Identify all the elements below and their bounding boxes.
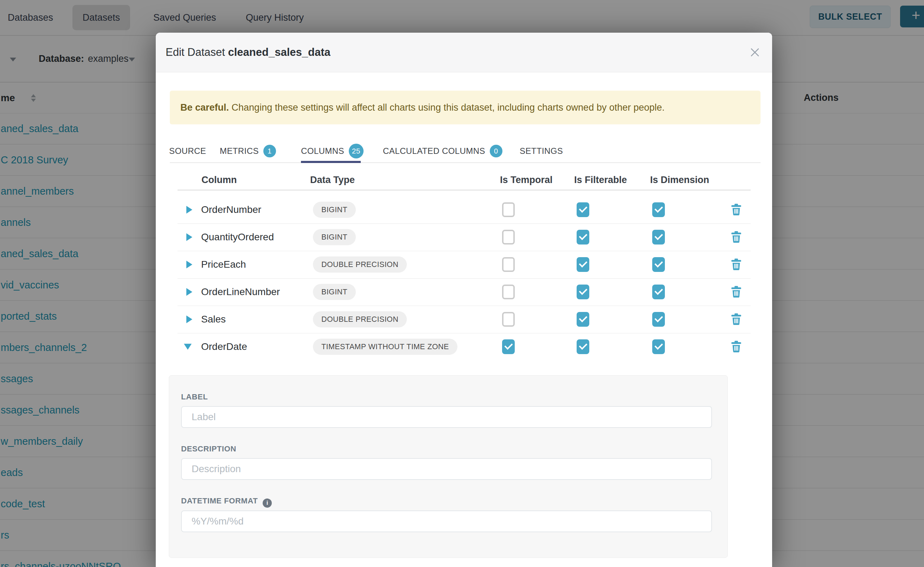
description-input[interactable] [181, 458, 712, 480]
column-detail-panel: LABEL DESCRIPTION DATETIME FORMATi [169, 375, 728, 558]
is-dimension-checkbox[interactable] [652, 312, 665, 327]
column-row-quantityordered: QuantityOrdered BIGINT [178, 224, 751, 251]
data-type-pill: BIGINT [313, 284, 356, 300]
is-temporal-checkbox[interactable] [502, 230, 515, 244]
label-field-label: LABEL [181, 392, 208, 402]
datetime-format-field-label: DATETIME FORMATi [181, 496, 272, 506]
datetime-format-input[interactable] [181, 510, 712, 532]
edit-dataset-modal: Edit Dataset cleaned_sales_data Be caref… [156, 33, 772, 567]
modal-tabs: SOURCE METRICS1 COLUMNS25 CALCULATED COL… [156, 141, 772, 163]
is-filterable-checkbox[interactable] [576, 230, 589, 244]
delete-column-icon[interactable] [731, 286, 742, 298]
active-tab-underline [301, 161, 361, 163]
is-dimension-checkbox[interactable] [652, 230, 665, 244]
is-dimension-header: Is Dimension [650, 171, 709, 189]
is-filterable-checkbox[interactable] [576, 285, 589, 299]
table-header-divider [178, 190, 751, 190]
tab-label: SOURCE [169, 146, 206, 156]
tabs-divider [170, 162, 760, 163]
delete-column-icon[interactable] [731, 231, 742, 243]
is-temporal-checkbox[interactable] [502, 257, 515, 272]
delete-column-icon[interactable] [731, 314, 742, 325]
calculated-columns-count-badge: 0 [490, 145, 503, 158]
tab-label: CALCULATED COLUMNS [383, 146, 485, 156]
is-filterable-header: Is Filterable [574, 171, 627, 189]
tab-calculated-columns[interactable]: CALCULATED COLUMNS0 [383, 141, 503, 161]
column-row-sales: Sales DOUBLE PRECISION [178, 306, 751, 333]
tab-columns[interactable]: COLUMNS25 [301, 141, 364, 161]
warning-banner: Be careful. Changing these settings will… [170, 91, 760, 124]
warning-bold-text: Be careful. [181, 102, 229, 113]
is-temporal-header: Is Temporal [500, 171, 553, 189]
is-filterable-checkbox[interactable] [576, 339, 589, 354]
is-dimension-checkbox[interactable] [652, 202, 665, 217]
data-type-pill: DOUBLE PRECISION [313, 256, 407, 273]
is-dimension-checkbox[interactable] [652, 339, 665, 354]
app-root: Databases Datasets Saved Queries Query H… [0, 0, 924, 567]
expand-caret-icon[interactable] [187, 206, 192, 214]
expand-caret-icon[interactable] [187, 315, 192, 323]
modal-title: Edit Dataset cleaned_sales_data [166, 33, 331, 72]
modal-title-dataset-name: cleaned_sales_data [228, 46, 330, 58]
column-name: PriceEach [201, 259, 246, 270]
info-icon[interactable]: i [263, 498, 272, 508]
expand-caret-icon[interactable] [187, 261, 192, 268]
is-temporal-checkbox[interactable] [502, 202, 515, 217]
modal-header: Edit Dataset cleaned_sales_data [156, 33, 772, 72]
tab-label: COLUMNS [301, 146, 344, 156]
column-name: QuantityOrdered [201, 231, 274, 243]
data-type-header: Data Type [310, 171, 355, 189]
description-field-label: DESCRIPTION [181, 444, 236, 453]
data-type-pill: BIGINT [313, 202, 356, 218]
tab-metrics[interactable]: METRICS1 [220, 141, 276, 161]
data-type-pill: BIGINT [313, 229, 356, 245]
column-name: OrderDate [201, 341, 247, 352]
columns-count-badge: 25 [349, 144, 364, 158]
column-name: Sales [201, 314, 226, 325]
datetime-format-label-text: DATETIME FORMAT [181, 496, 258, 505]
delete-column-icon[interactable] [731, 258, 742, 270]
close-icon[interactable] [750, 47, 760, 57]
column-header: Column [202, 171, 237, 189]
delete-column-icon[interactable] [731, 341, 742, 353]
tab-settings[interactable]: SETTINGS [520, 141, 563, 161]
is-filterable-checkbox[interactable] [576, 312, 589, 327]
is-filterable-checkbox[interactable] [576, 202, 589, 217]
is-filterable-checkbox[interactable] [576, 257, 589, 272]
data-type-pill: TIMESTAMP WITHOUT TIME ZONE [313, 339, 457, 355]
data-type-pill: DOUBLE PRECISION [313, 311, 407, 327]
columns-table-header: Column Data Type Is Temporal Is Filterab… [156, 171, 772, 189]
expand-caret-icon[interactable] [187, 288, 192, 296]
tab-label: METRICS [220, 146, 259, 156]
column-row-ordernumber: OrderNumber BIGINT [178, 196, 751, 224]
is-temporal-checkbox[interactable] [502, 312, 515, 327]
is-dimension-checkbox[interactable] [652, 285, 665, 299]
column-row-orderlinenumber: OrderLineNumber BIGINT [178, 278, 751, 306]
delete-column-icon[interactable] [731, 204, 742, 216]
tab-label: SETTINGS [520, 146, 563, 156]
is-dimension-checkbox[interactable] [652, 257, 665, 272]
column-row-orderdate: OrderDate TIMESTAMP WITHOUT TIME ZONE [178, 333, 751, 360]
metrics-count-badge: 1 [263, 145, 276, 158]
tab-source[interactable]: SOURCE [169, 141, 206, 161]
modal-title-prefix: Edit Dataset [166, 46, 228, 58]
warning-text: Changing these settings will affect all … [229, 102, 665, 113]
column-name: OrderLineNumber [201, 286, 280, 297]
is-temporal-checkbox[interactable] [502, 285, 515, 299]
expand-caret-icon[interactable] [187, 233, 192, 241]
collapse-caret-icon[interactable] [184, 344, 192, 350]
column-name: OrderNumber [201, 204, 261, 215]
column-row-priceeach: PriceEach DOUBLE PRECISION [178, 251, 751, 279]
is-temporal-checkbox[interactable] [502, 339, 515, 354]
modal-body: Be careful. Changing these settings will… [156, 72, 772, 567]
label-input[interactable] [181, 406, 712, 428]
